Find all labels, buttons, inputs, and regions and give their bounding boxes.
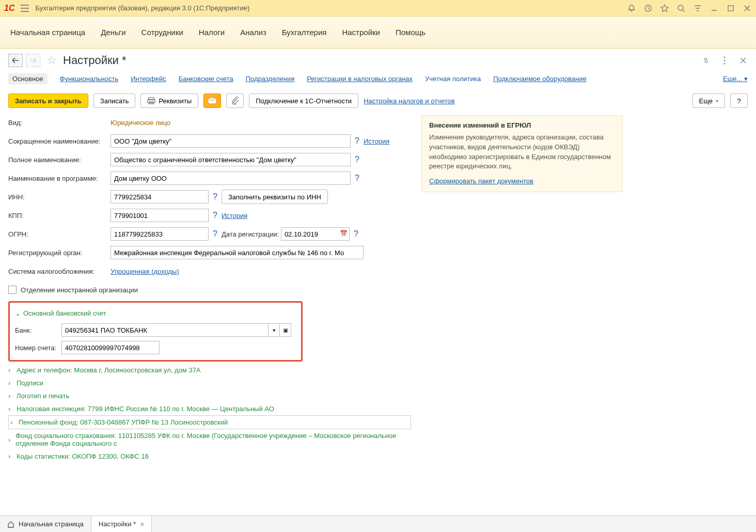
reg-date-label: Дата регистрации: xyxy=(222,230,279,238)
nav-forward-button[interactable] xyxy=(26,54,40,67)
hamburger-icon[interactable] xyxy=(19,2,31,14)
ogrn-label: ОГРН: xyxy=(8,230,111,238)
help-icon[interactable]: ? xyxy=(213,229,217,239)
kpp-label: КПП: xyxy=(8,212,111,220)
help-icon[interactable]: ? xyxy=(355,155,359,164)
help-button[interactable]: ? xyxy=(730,93,748,108)
nav-back-button[interactable] xyxy=(8,54,23,67)
menu-analysis[interactable]: Анализ xyxy=(240,28,266,37)
infobox-title: Внесение изменений в ЕГРЮЛ xyxy=(429,121,615,131)
filter-icon[interactable] xyxy=(693,4,702,13)
search-icon[interactable] xyxy=(676,4,686,13)
chevron-down-icon: ⌄ xyxy=(15,309,20,317)
help-icon[interactable]: ? xyxy=(213,192,217,201)
mail-button[interactable] xyxy=(203,93,221,108)
svg-rect-7 xyxy=(148,100,155,103)
full-name-label: Полное наименование: xyxy=(8,156,111,164)
infobox-link[interactable]: Сформировать пакет документов xyxy=(429,177,533,185)
menu-accounting[interactable]: Бухгалтерия xyxy=(282,28,327,37)
dropdown-button[interactable]: ▾ xyxy=(269,323,280,337)
subnav-interface[interactable]: Интерфейс xyxy=(131,75,166,83)
info-sidebar: Внесение изменений в ЕГРЮЛ Изменение рук… xyxy=(421,115,623,463)
fill-by-inn-button[interactable]: Заполнить реквизиты по ИНН xyxy=(222,190,328,204)
ogrn-input[interactable] xyxy=(111,227,209,241)
section-address[interactable]: ›Адрес и телефон: Москва г, Лосиноостров… xyxy=(8,364,411,377)
section-statistics[interactable]: ›Коды статистики: ОКОПФ 12300, ОКФС 16 xyxy=(8,450,411,463)
close-page-icon[interactable] xyxy=(738,56,748,65)
tax-setup-link[interactable]: Настройка налогов и отчетов xyxy=(364,97,454,105)
close-icon[interactable] xyxy=(743,4,752,13)
connect-1c-button[interactable]: Подключение к 1С-Отчетности xyxy=(249,93,358,108)
prog-name-input[interactable] xyxy=(111,171,351,185)
kpp-input[interactable] xyxy=(111,209,209,222)
more-vert-icon[interactable] xyxy=(720,56,729,65)
save-close-button[interactable]: Записать и закрыть xyxy=(8,93,88,108)
maximize-icon[interactable] xyxy=(726,4,735,13)
section-pension[interactable]: ›Пенсионный фонд: 087-303-048867 УПФР № … xyxy=(8,415,411,429)
infobox-text: Изменение руководителя, адреса организац… xyxy=(429,133,615,171)
sub-nav: Основное Функциональность Интерфейс Банк… xyxy=(8,73,748,84)
toolbar: Записать и закрыть Записать Реквизиты По… xyxy=(8,93,748,108)
svg-rect-6 xyxy=(149,98,154,100)
more-button[interactable]: Еще ▾ xyxy=(692,93,725,108)
inn-input[interactable] xyxy=(111,190,209,204)
section-logo[interactable]: ›Логотип и печать xyxy=(8,389,411,402)
subnav-more[interactable]: Еще... ▾ xyxy=(723,75,748,83)
full-name-input[interactable] xyxy=(111,153,351,166)
chevron-right-icon: › xyxy=(8,452,13,460)
reg-org-input[interactable] xyxy=(111,246,364,259)
section-social[interactable]: ›Фонд социального страхования: 110110528… xyxy=(8,429,411,450)
prog-name-label: Наименование в программе: xyxy=(8,175,111,182)
attach-button[interactable] xyxy=(226,93,244,108)
subnav-accounting-policy[interactable]: Учетная политика xyxy=(425,75,481,83)
star-icon[interactable] xyxy=(660,4,669,13)
tax-sys-link[interactable]: Упрощенная (доходы) xyxy=(111,268,179,275)
link-icon[interactable] xyxy=(701,56,711,65)
menu-employees[interactable]: Сотрудники xyxy=(141,28,183,37)
subnav-bank-accounts[interactable]: Банковские счета xyxy=(179,75,233,83)
menu-taxes[interactable]: Налоги xyxy=(199,28,225,37)
menu-help[interactable]: Помощь xyxy=(396,28,426,37)
short-name-label: Сокращенное наименование: xyxy=(8,137,111,145)
menu-money[interactable]: Деньги xyxy=(101,28,125,37)
inn-label: ИНН: xyxy=(8,193,111,201)
account-input[interactable] xyxy=(61,341,160,354)
vid-value: Юридическое лицо xyxy=(111,119,170,127)
reg-org-label: Регистрирующий орган: xyxy=(8,249,111,257)
subnav-main[interactable]: Основное xyxy=(8,73,48,84)
section-tax-inspection[interactable]: ›Налоговая инспекция: 7799 ИФНС России №… xyxy=(8,402,411,415)
section-signatures[interactable]: ›Подписи xyxy=(8,377,411,389)
calendar-icon[interactable]: 📅 xyxy=(340,230,348,237)
favorite-star-icon[interactable]: ☆ xyxy=(46,54,57,67)
subnav-functionality[interactable]: Функциональность xyxy=(60,75,119,83)
main-menu: Начальная страница Деньги Сотрудники Нал… xyxy=(0,17,756,49)
svg-point-1 xyxy=(678,5,683,10)
help-icon[interactable]: ? xyxy=(213,211,217,220)
page-title: Настройки * xyxy=(63,54,127,67)
rekvizity-button[interactable]: Реквизиты xyxy=(140,93,198,108)
subnav-tax-reg[interactable]: Регистрации в налоговых органах xyxy=(307,75,413,83)
help-icon[interactable]: ? xyxy=(354,229,358,239)
subnav-equipment[interactable]: Подключаемое оборудование xyxy=(493,75,587,83)
chevron-right-icon: › xyxy=(8,366,13,374)
chevron-right-icon: › xyxy=(8,379,13,387)
bell-icon[interactable] xyxy=(627,4,636,13)
titlebar: 1C Бухгалтерия предприятия (базовая), ре… xyxy=(0,0,756,17)
subnav-subdivisions[interactable]: Подразделения xyxy=(246,75,295,83)
help-icon[interactable]: ? xyxy=(355,136,359,146)
short-name-input[interactable] xyxy=(111,134,351,148)
menu-settings[interactable]: Настройки xyxy=(342,28,380,37)
save-button[interactable]: Записать xyxy=(93,93,136,108)
help-icon[interactable]: ? xyxy=(355,174,359,183)
menu-home[interactable]: Начальная страница xyxy=(10,28,85,37)
foreign-checkbox[interactable] xyxy=(8,286,17,294)
open-button[interactable]: ▣ xyxy=(280,323,291,337)
history-link[interactable]: История xyxy=(364,137,389,145)
bank-section-highlighted: ⌄ Основной банковский счет Банк: ▾ ▣ Ном… xyxy=(8,301,303,362)
history-icon[interactable] xyxy=(643,4,653,13)
chevron-right-icon: › xyxy=(8,392,13,400)
bank-section-header[interactable]: ⌄ Основной банковский счет xyxy=(15,307,296,320)
bank-input[interactable] xyxy=(61,323,269,337)
minimize-icon[interactable] xyxy=(710,4,719,13)
history-link[interactable]: История xyxy=(222,212,247,220)
